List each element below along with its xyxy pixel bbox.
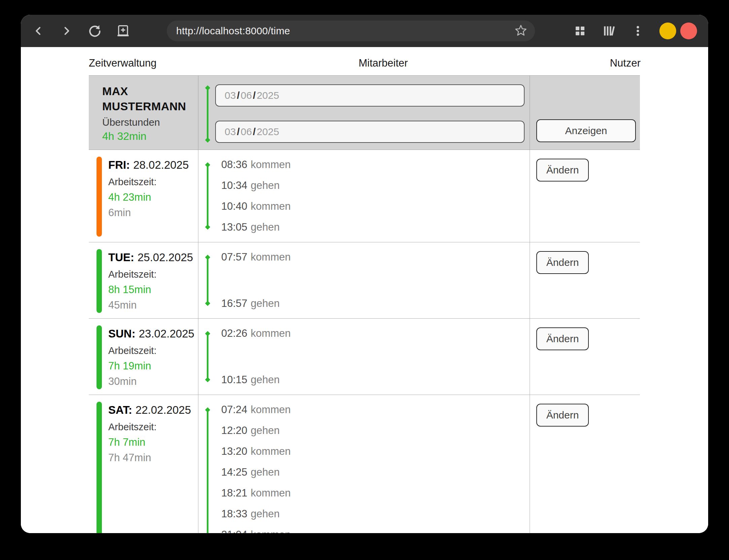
worktime-value: 4h 23min <box>108 190 196 205</box>
url-bar[interactable]: http://localhost:8000/time <box>167 21 535 41</box>
worktime-label: Arbeitszeit: <box>108 419 196 435</box>
date-range-timeline <box>207 88 208 140</box>
entry-action: kommen <box>251 200 291 212</box>
time-entry: 10:34gehen <box>221 175 530 196</box>
nav-link-mitarbeiter[interactable]: Mitarbeiter <box>358 57 408 69</box>
placeholder-part: 03 <box>225 126 236 137</box>
reload-icon <box>88 24 102 38</box>
time-entry: 18:33gehen <box>221 504 530 524</box>
close-button[interactable] <box>680 23 697 39</box>
change-button[interactable]: Ändern <box>536 251 589 274</box>
events-timeline <box>207 257 208 304</box>
break-value: 45min <box>108 297 196 313</box>
reload-button[interactable] <box>87 24 102 38</box>
entry-action: kommen <box>251 251 291 263</box>
entry-time: 21:04 <box>221 529 247 533</box>
minimize-button[interactable] <box>659 23 676 39</box>
placeholder-part: 2025 <box>257 90 279 101</box>
day-summary-cell: FRI:28.02.2025 Arbeitszeit: 4h 23min 6mi… <box>89 150 198 242</box>
entry-time: 08:36 <box>221 159 247 170</box>
day-action-cell: Ändern <box>530 242 641 318</box>
day-events-cell: 07:57kommen16:57gehen <box>198 242 530 318</box>
url-text: http://localhost:8000/time <box>176 25 514 37</box>
entry-action: kommen <box>251 327 291 339</box>
worktime-label: Arbeitszeit: <box>108 343 196 358</box>
events-list: 02:26kommen10:15gehen <box>198 319 530 395</box>
entry-time: 07:57 <box>221 251 247 263</box>
nav-link-zeitverwaltung[interactable]: Zeitverwaltung <box>89 57 157 69</box>
bookmark-star-icon[interactable] <box>514 24 528 38</box>
day-status-bar <box>97 325 102 389</box>
placeholder-separator: / <box>253 126 256 137</box>
entry-time: 10:34 <box>221 179 247 191</box>
time-entry: 10:15gehen <box>221 369 530 390</box>
change-button[interactable]: Ändern <box>536 327 589 350</box>
day-action-cell: Ändern <box>530 319 641 395</box>
library-button[interactable] <box>602 24 616 38</box>
events-timeline <box>207 165 208 227</box>
entry-action: kommen <box>251 445 291 457</box>
change-button[interactable]: Ändern <box>536 404 589 427</box>
day-summary-cell: SUN:23.02.2025 Arbeitszeit: 7h 19min 30m… <box>89 319 198 395</box>
entry-action: kommen <box>251 404 291 415</box>
placeholder-part: 2025 <box>257 126 279 137</box>
day-status-bar <box>97 157 102 237</box>
toolbar-nav-group <box>31 24 130 38</box>
date-range-cell: 03/06/2025 03/06/2025 <box>198 76 530 150</box>
back-icon <box>33 25 44 37</box>
day-row: SAT:22.02.2025 Arbeitszeit: 7h 7min 7h 4… <box>89 395 640 533</box>
overtime-label: Überstunden <box>102 116 195 129</box>
events-timeline <box>207 410 208 533</box>
kebab-menu-icon <box>632 24 644 38</box>
library-icon <box>602 25 616 37</box>
date-to-input[interactable]: 03/06/2025 <box>215 121 525 143</box>
show-button[interactable]: Anzeigen <box>536 119 636 142</box>
overtime-value: 4h 32min <box>102 129 195 143</box>
window-controls <box>659 23 697 39</box>
day-summary-cell: TUE:25.02.2025 Arbeitszeit: 8h 15min 45m… <box>89 242 198 318</box>
entry-action: gehen <box>251 297 280 309</box>
entry-action: gehen <box>251 508 280 520</box>
day-events-cell: 02:26kommen10:15gehen <box>198 319 530 395</box>
break-value: 7h 47min <box>108 450 196 466</box>
date-from-input[interactable]: 03/06/2025 <box>215 84 525 107</box>
forward-button[interactable] <box>59 24 74 38</box>
events-list: 08:36kommen10:34gehen10:40kommen13:05geh… <box>198 150 530 242</box>
time-entry: 07:24kommen <box>221 399 530 420</box>
time-entry: 21:04kommen <box>221 524 530 533</box>
day-date: SAT:22.02.2025 <box>108 402 196 418</box>
time-entry: 13:20kommen <box>221 441 530 462</box>
time-entry: 18:21kommen <box>221 483 530 504</box>
day-action-cell: Ändern <box>530 395 641 533</box>
entry-time: 18:33 <box>221 508 247 520</box>
time-entry: 10:40kommen <box>221 196 530 217</box>
entry-time: 16:57 <box>221 297 247 309</box>
tab-overview-button[interactable] <box>573 24 587 38</box>
placeholder-separator: / <box>253 90 256 101</box>
break-value: 30min <box>108 374 196 389</box>
day-date: SUN:23.02.2025 <box>108 326 196 342</box>
entry-action: kommen <box>251 529 291 533</box>
tab-grid-icon <box>574 25 586 37</box>
entry-action: gehen <box>251 374 280 386</box>
entry-action: gehen <box>251 425 280 436</box>
forward-icon <box>61 25 72 37</box>
time-entry: 13:05gehen <box>221 217 530 238</box>
events-list: 07:57kommen16:57gehen <box>198 242 530 318</box>
break-value: 6min <box>108 205 196 221</box>
day-summary-cell: SAT:22.02.2025 Arbeitszeit: 7h 7min 7h 4… <box>89 395 198 533</box>
worktime-label: Arbeitszeit: <box>108 174 196 190</box>
day-events-cell: 07:24kommen12:20gehen13:20kommen14:25geh… <box>198 395 530 533</box>
menu-button[interactable] <box>630 24 645 38</box>
nav-link-nutzer[interactable]: Nutzer <box>610 57 641 69</box>
placeholder-part: 03 <box>225 90 236 101</box>
change-button[interactable]: Ändern <box>536 159 589 182</box>
back-button[interactable] <box>31 24 46 38</box>
day-row: FRI:28.02.2025 Arbeitszeit: 4h 23min 6mi… <box>89 150 640 242</box>
entry-time: 10:15 <box>221 374 247 386</box>
new-tab-button[interactable] <box>116 24 130 38</box>
time-entry: 16:57gehen <box>221 293 530 314</box>
browser-toolbar: http://localhost:8000/time <box>21 15 708 47</box>
time-entry: 08:36kommen <box>221 154 530 175</box>
worktime-value: 8h 15min <box>108 282 196 297</box>
